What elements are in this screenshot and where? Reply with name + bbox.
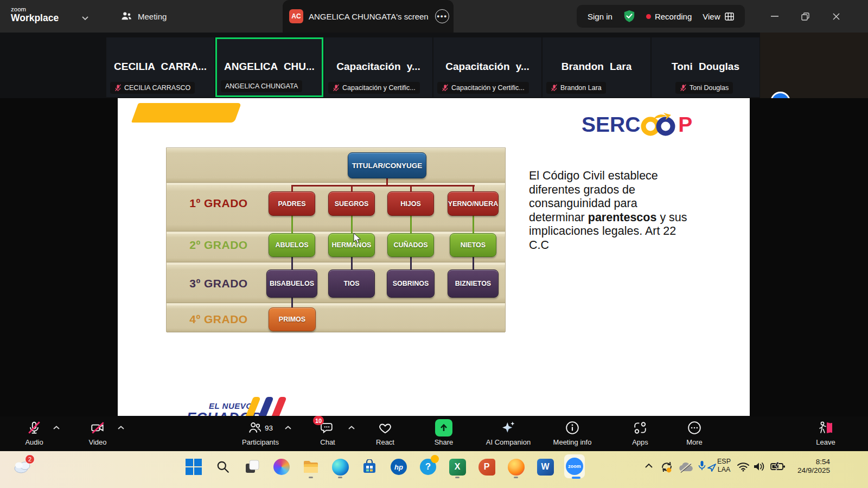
apps-label: Apps xyxy=(617,438,663,446)
video-tile-cecilia[interactable]: CECILIA CARRA... CECILIA CARRASCO xyxy=(106,37,214,97)
word-icon: W xyxy=(537,459,554,476)
start-button[interactable] xyxy=(183,455,204,478)
security-shield-icon[interactable] xyxy=(623,10,635,23)
grade-label-3: 3º GRADO xyxy=(181,277,257,290)
search-icon xyxy=(216,460,230,474)
leave-button[interactable]: Leave xyxy=(802,420,849,449)
more-button[interactable]: More xyxy=(671,420,718,449)
video-button[interactable]: Video xyxy=(74,420,121,449)
org-box-yerno-nuera: YERNO/NUERA xyxy=(448,191,499,216)
file-explorer-button[interactable] xyxy=(301,455,321,478)
ai-companion-button[interactable]: AI Companion xyxy=(478,420,538,449)
ai-companion-label: AI Companion xyxy=(478,438,538,446)
avatar: AC xyxy=(289,9,303,23)
audio-label: Audio xyxy=(11,438,58,446)
participants-button[interactable]: 93 Participants xyxy=(229,420,291,449)
view-button[interactable]: View xyxy=(703,12,733,21)
tile-label-text: CECILIA CARRASCO xyxy=(124,84,190,92)
video-tile-angelica-active-speaker[interactable]: ANGELICA CHU... ANGELICA CHUNGATA xyxy=(215,37,323,97)
wifi-icon[interactable] xyxy=(737,461,750,472)
react-button[interactable]: React xyxy=(362,420,409,449)
file-explorer-icon xyxy=(303,460,319,474)
help-app-button[interactable]: ? xyxy=(418,455,438,478)
microsoft-store-button[interactable] xyxy=(359,455,380,478)
org-box-hijos: HIJOS xyxy=(387,191,434,216)
close-button[interactable] xyxy=(823,0,849,33)
apps-icon xyxy=(633,421,647,435)
copilot-button[interactable] xyxy=(271,455,292,478)
location-in-use-icon[interactable] xyxy=(707,463,717,472)
mic-muted-icon xyxy=(27,421,41,435)
audio-button[interactable]: Audio xyxy=(11,420,58,449)
cloud-offline-icon[interactable] xyxy=(678,461,694,473)
sercop-infinity-icon xyxy=(639,112,680,137)
more-label: More xyxy=(671,438,718,446)
org-box-cunados: CUÑADOS xyxy=(387,233,434,257)
tile-nameplate: CECILIA CARRASCO xyxy=(110,82,195,94)
taskbar-search-button[interactable] xyxy=(213,455,233,478)
chat-label: Chat xyxy=(304,438,351,446)
onedrive-sync-icon[interactable] xyxy=(660,460,674,474)
task-view-button[interactable] xyxy=(242,455,263,478)
tab-meeting[interactable]: Meeting xyxy=(115,0,172,33)
hp-app-button[interactable]: hp xyxy=(388,455,409,478)
video-tile-brandon[interactable]: Brandon Lara Brandon Lara xyxy=(542,37,650,97)
org-box-sobrinos: SOBRINOS xyxy=(387,269,435,298)
tile-nameplate: ANGELICA CHUNGATA xyxy=(221,80,302,92)
taskbar-clock[interactable]: 8:54 24/9/2025 xyxy=(776,458,830,475)
chat-button[interactable]: 10 Chat xyxy=(304,420,351,449)
edge-button[interactable] xyxy=(330,455,350,478)
share-button[interactable]: Share xyxy=(420,420,467,449)
video-options-chevron[interactable] xyxy=(117,425,125,431)
camera-muted-icon xyxy=(90,421,105,435)
tray-show-hidden-icons[interactable] xyxy=(644,463,653,468)
word-button[interactable]: W xyxy=(535,455,556,478)
more-ellipsis-icon xyxy=(687,421,701,435)
recording-dot-icon xyxy=(646,14,651,19)
heart-icon xyxy=(378,421,392,434)
participants-filmstrip: CECILIA CARRA... CECILIA CARRASCO ANGELI… xyxy=(0,33,868,98)
tile-nameplate: Capacitación y Certific... xyxy=(437,82,529,94)
recording-label: Recording xyxy=(655,12,692,21)
apps-button[interactable]: Apps xyxy=(617,420,663,449)
muted-mic-icon xyxy=(114,84,122,92)
chat-options-chevron[interactable] xyxy=(348,425,355,431)
org-box-padres: PADRES xyxy=(269,191,315,216)
excel-button[interactable]: X xyxy=(447,455,468,478)
powerpoint-button[interactable]: P xyxy=(476,455,497,478)
language-indicator[interactable]: ESP LAA xyxy=(717,458,731,474)
flag-stripe-blue xyxy=(258,397,274,416)
leave-door-icon xyxy=(818,421,833,435)
zoom-app-button[interactable]: zoom xyxy=(564,455,585,478)
audio-options-chevron[interactable] xyxy=(53,425,60,431)
org-box-suegros: SUEGROS xyxy=(328,191,375,216)
ai-sparkle-icon xyxy=(501,421,516,435)
minimize-button[interactable] xyxy=(762,0,788,33)
video-tile-capacitacion-2[interactable]: Capacitación y... Capacitación y Certifi… xyxy=(433,37,541,97)
muted-mic-icon xyxy=(333,84,340,92)
tray-mic-in-use-icon[interactable] xyxy=(698,460,706,472)
video-tile-capacitacion-1[interactable]: Capacitación y... Capacitación y Certifi… xyxy=(324,37,432,97)
tile-label-text: Toni Douglas xyxy=(690,84,729,92)
weather-badge: 2 xyxy=(25,454,35,464)
tab-options-button[interactable]: ●●● xyxy=(435,9,449,23)
speaker-icon[interactable] xyxy=(753,461,766,472)
video-tile-toni[interactable]: Toni Douglas Toni Douglas xyxy=(652,37,760,97)
flag-stripe-red xyxy=(271,397,287,416)
muted-mic-icon xyxy=(680,84,687,92)
restore-button[interactable] xyxy=(792,0,818,33)
tab-shared-screen[interactable]: AC ANGELICA CHUNGATA's screen ●●● xyxy=(283,0,454,33)
tile-name: Brandon Lara xyxy=(545,61,648,73)
taskbar-weather-widget[interactable]: 2 xyxy=(12,458,36,477)
meeting-info-button[interactable]: Meeting info xyxy=(542,420,602,449)
tile-nameplate: Capacitación y Certific... xyxy=(328,82,420,94)
recording-indicator[interactable]: Recording xyxy=(646,12,692,21)
chevron-down-icon[interactable] xyxy=(81,13,89,23)
info-icon xyxy=(565,421,579,435)
participants-icon xyxy=(120,11,132,21)
participants-icon xyxy=(248,421,262,434)
firefox-button[interactable] xyxy=(506,455,526,478)
grade-label-4: 4º GRADO xyxy=(181,313,257,326)
sign-in-button[interactable]: Sign in xyxy=(588,12,612,21)
participants-options-chevron[interactable] xyxy=(284,425,292,431)
